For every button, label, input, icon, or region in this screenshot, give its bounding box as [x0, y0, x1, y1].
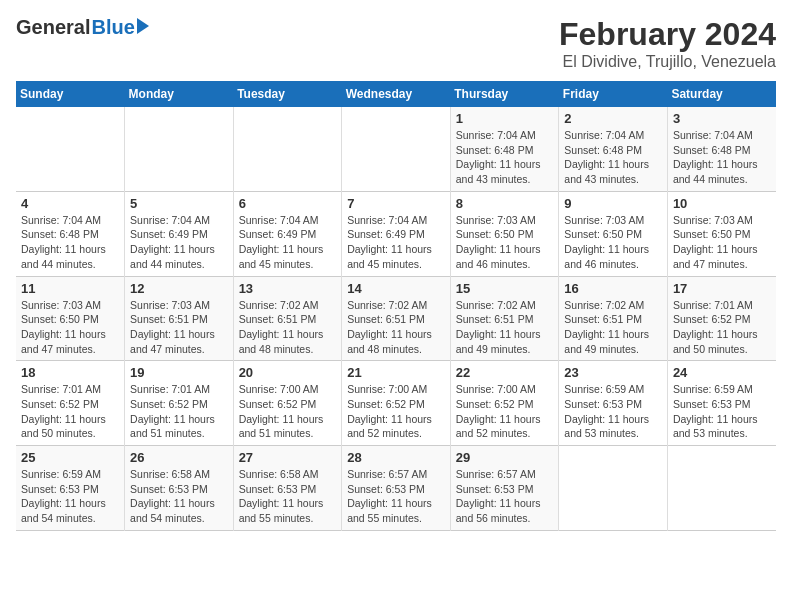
- calendar-cell: 21Sunrise: 7:00 AM Sunset: 6:52 PM Dayli…: [342, 361, 451, 446]
- day-number: 29: [456, 450, 554, 465]
- day-info-text: Sunrise: 7:03 AM Sunset: 6:50 PM Dayligh…: [21, 298, 119, 357]
- day-info-text: Sunrise: 7:03 AM Sunset: 6:50 PM Dayligh…: [456, 213, 554, 272]
- calendar-cell: 6Sunrise: 7:04 AM Sunset: 6:49 PM Daylig…: [233, 191, 342, 276]
- day-info-text: Sunrise: 7:03 AM Sunset: 6:50 PM Dayligh…: [564, 213, 662, 272]
- day-number: 20: [239, 365, 337, 380]
- day-number: 25: [21, 450, 119, 465]
- day-info-text: Sunrise: 7:03 AM Sunset: 6:51 PM Dayligh…: [130, 298, 228, 357]
- calendar-cell: [667, 446, 776, 531]
- calendar-cell: 15Sunrise: 7:02 AM Sunset: 6:51 PM Dayli…: [450, 276, 559, 361]
- day-number: 21: [347, 365, 445, 380]
- day-number: 18: [21, 365, 119, 380]
- day-info-text: Sunrise: 7:04 AM Sunset: 6:48 PM Dayligh…: [564, 128, 662, 187]
- day-info-text: Sunrise: 7:02 AM Sunset: 6:51 PM Dayligh…: [347, 298, 445, 357]
- calendar-cell: [16, 107, 125, 191]
- logo: General Blue: [16, 16, 149, 39]
- calendar-week-row: 18Sunrise: 7:01 AM Sunset: 6:52 PM Dayli…: [16, 361, 776, 446]
- day-info-text: Sunrise: 6:59 AM Sunset: 6:53 PM Dayligh…: [673, 382, 771, 441]
- day-number: 16: [564, 281, 662, 296]
- weekday-header-friday: Friday: [559, 81, 668, 107]
- calendar-cell: 3Sunrise: 7:04 AM Sunset: 6:48 PM Daylig…: [667, 107, 776, 191]
- calendar-cell: 8Sunrise: 7:03 AM Sunset: 6:50 PM Daylig…: [450, 191, 559, 276]
- day-number: 7: [347, 196, 445, 211]
- day-number: 9: [564, 196, 662, 211]
- logo-blue-text: Blue: [91, 16, 134, 39]
- calendar-cell: 1Sunrise: 7:04 AM Sunset: 6:48 PM Daylig…: [450, 107, 559, 191]
- calendar-cell: [125, 107, 234, 191]
- day-number: 27: [239, 450, 337, 465]
- day-number: 5: [130, 196, 228, 211]
- day-number: 26: [130, 450, 228, 465]
- day-info-text: Sunrise: 7:04 AM Sunset: 6:48 PM Dayligh…: [673, 128, 771, 187]
- day-number: 11: [21, 281, 119, 296]
- day-info-text: Sunrise: 7:00 AM Sunset: 6:52 PM Dayligh…: [239, 382, 337, 441]
- day-number: 28: [347, 450, 445, 465]
- day-info-text: Sunrise: 7:00 AM Sunset: 6:52 PM Dayligh…: [347, 382, 445, 441]
- day-number: 15: [456, 281, 554, 296]
- calendar-cell: 11Sunrise: 7:03 AM Sunset: 6:50 PM Dayli…: [16, 276, 125, 361]
- calendar-week-row: 25Sunrise: 6:59 AM Sunset: 6:53 PM Dayli…: [16, 446, 776, 531]
- day-info-text: Sunrise: 7:04 AM Sunset: 6:48 PM Dayligh…: [21, 213, 119, 272]
- day-number: 6: [239, 196, 337, 211]
- calendar-cell: 23Sunrise: 6:59 AM Sunset: 6:53 PM Dayli…: [559, 361, 668, 446]
- calendar-cell: 27Sunrise: 6:58 AM Sunset: 6:53 PM Dayli…: [233, 446, 342, 531]
- calendar-cell: 10Sunrise: 7:03 AM Sunset: 6:50 PM Dayli…: [667, 191, 776, 276]
- weekday-header-wednesday: Wednesday: [342, 81, 451, 107]
- calendar-cell: 28Sunrise: 6:57 AM Sunset: 6:53 PM Dayli…: [342, 446, 451, 531]
- calendar-cell: 4Sunrise: 7:04 AM Sunset: 6:48 PM Daylig…: [16, 191, 125, 276]
- weekday-header-saturday: Saturday: [667, 81, 776, 107]
- calendar-cell: 29Sunrise: 6:57 AM Sunset: 6:53 PM Dayli…: [450, 446, 559, 531]
- day-number: 4: [21, 196, 119, 211]
- logo-general-text: General: [16, 16, 90, 39]
- calendar-cell: 19Sunrise: 7:01 AM Sunset: 6:52 PM Dayli…: [125, 361, 234, 446]
- calendar-cell: [342, 107, 451, 191]
- calendar-cell: 20Sunrise: 7:00 AM Sunset: 6:52 PM Dayli…: [233, 361, 342, 446]
- calendar-cell: 9Sunrise: 7:03 AM Sunset: 6:50 PM Daylig…: [559, 191, 668, 276]
- calendar-cell: 18Sunrise: 7:01 AM Sunset: 6:52 PM Dayli…: [16, 361, 125, 446]
- day-info-text: Sunrise: 6:58 AM Sunset: 6:53 PM Dayligh…: [239, 467, 337, 526]
- day-info-text: Sunrise: 7:04 AM Sunset: 6:49 PM Dayligh…: [239, 213, 337, 272]
- calendar-cell: 14Sunrise: 7:02 AM Sunset: 6:51 PM Dayli…: [342, 276, 451, 361]
- day-info-text: Sunrise: 7:02 AM Sunset: 6:51 PM Dayligh…: [564, 298, 662, 357]
- page-header: General Blue February 2024 El Dividive, …: [16, 16, 776, 71]
- calendar-week-row: 11Sunrise: 7:03 AM Sunset: 6:50 PM Dayli…: [16, 276, 776, 361]
- day-number: 17: [673, 281, 771, 296]
- day-number: 24: [673, 365, 771, 380]
- day-number: 1: [456, 111, 554, 126]
- day-number: 3: [673, 111, 771, 126]
- day-info-text: Sunrise: 7:02 AM Sunset: 6:51 PM Dayligh…: [239, 298, 337, 357]
- calendar-cell: 12Sunrise: 7:03 AM Sunset: 6:51 PM Dayli…: [125, 276, 234, 361]
- day-info-text: Sunrise: 7:04 AM Sunset: 6:49 PM Dayligh…: [130, 213, 228, 272]
- day-info-text: Sunrise: 7:00 AM Sunset: 6:52 PM Dayligh…: [456, 382, 554, 441]
- calendar-cell: 16Sunrise: 7:02 AM Sunset: 6:51 PM Dayli…: [559, 276, 668, 361]
- day-number: 23: [564, 365, 662, 380]
- day-number: 12: [130, 281, 228, 296]
- day-info-text: Sunrise: 7:01 AM Sunset: 6:52 PM Dayligh…: [21, 382, 119, 441]
- calendar-cell: [559, 446, 668, 531]
- day-number: 8: [456, 196, 554, 211]
- day-number: 13: [239, 281, 337, 296]
- day-info-text: Sunrise: 6:59 AM Sunset: 6:53 PM Dayligh…: [564, 382, 662, 441]
- day-info-text: Sunrise: 7:01 AM Sunset: 6:52 PM Dayligh…: [130, 382, 228, 441]
- calendar-cell: 7Sunrise: 7:04 AM Sunset: 6:49 PM Daylig…: [342, 191, 451, 276]
- calendar-week-row: 1Sunrise: 7:04 AM Sunset: 6:48 PM Daylig…: [16, 107, 776, 191]
- location-subtitle: El Dividive, Trujillo, Venezuela: [559, 53, 776, 71]
- calendar-header-row: SundayMondayTuesdayWednesdayThursdayFrid…: [16, 81, 776, 107]
- month-title: February 2024: [559, 16, 776, 53]
- day-info-text: Sunrise: 7:04 AM Sunset: 6:48 PM Dayligh…: [456, 128, 554, 187]
- day-info-text: Sunrise: 7:02 AM Sunset: 6:51 PM Dayligh…: [456, 298, 554, 357]
- calendar-cell: 26Sunrise: 6:58 AM Sunset: 6:53 PM Dayli…: [125, 446, 234, 531]
- day-number: 2: [564, 111, 662, 126]
- weekday-header-monday: Monday: [125, 81, 234, 107]
- day-info-text: Sunrise: 6:59 AM Sunset: 6:53 PM Dayligh…: [21, 467, 119, 526]
- calendar-table: SundayMondayTuesdayWednesdayThursdayFrid…: [16, 81, 776, 531]
- calendar-cell: [233, 107, 342, 191]
- calendar-cell: 5Sunrise: 7:04 AM Sunset: 6:49 PM Daylig…: [125, 191, 234, 276]
- calendar-cell: 17Sunrise: 7:01 AM Sunset: 6:52 PM Dayli…: [667, 276, 776, 361]
- day-info-text: Sunrise: 7:04 AM Sunset: 6:49 PM Dayligh…: [347, 213, 445, 272]
- calendar-cell: 25Sunrise: 6:59 AM Sunset: 6:53 PM Dayli…: [16, 446, 125, 531]
- calendar-cell: 22Sunrise: 7:00 AM Sunset: 6:52 PM Dayli…: [450, 361, 559, 446]
- day-number: 19: [130, 365, 228, 380]
- title-area: February 2024 El Dividive, Trujillo, Ven…: [559, 16, 776, 71]
- day-number: 22: [456, 365, 554, 380]
